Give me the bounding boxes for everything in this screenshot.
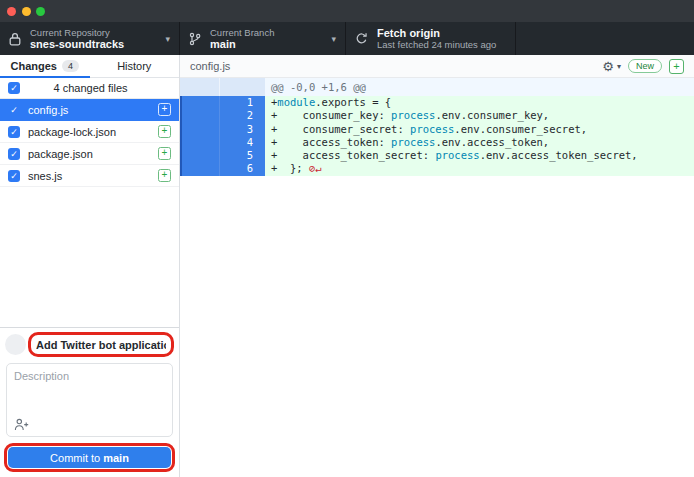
toolbar: Current Repository snes-soundtracks ▾ Cu… <box>0 22 694 55</box>
diff-line[interactable]: 5+ access_token_secret: process.env.acce… <box>180 149 694 162</box>
annotation-highlight-summary <box>28 332 174 357</box>
diff-body: @@ -0,0 +1,6 @@ 1+module.exports = {2+ c… <box>180 78 694 477</box>
tab-history[interactable]: History <box>90 55 180 77</box>
zoom-window-button[interactable] <box>36 7 45 16</box>
hunk-gutter-old <box>180 78 220 96</box>
added-file-icon: + <box>158 125 171 138</box>
file-row[interactable]: ✓snes.js+ <box>0 165 179 187</box>
minimize-window-button[interactable] <box>22 7 31 16</box>
diff-line-code: +module.exports = { <box>265 96 694 109</box>
chevron-down-icon: ▾ <box>323 34 336 44</box>
select-all-checkbox[interactable]: ✓ <box>8 82 20 94</box>
git-branch-icon <box>189 32 201 46</box>
diff-gutter-new-line-number[interactable]: 2 <box>220 109 265 122</box>
commit-summary-input[interactable] <box>36 339 166 351</box>
toolbar-spacer <box>516 22 694 55</box>
commit-button[interactable]: Commit to main <box>8 447 171 468</box>
commit-description-box <box>6 363 173 437</box>
file-list: ✓config.js+✓package-lock.json+✓package.j… <box>0 99 179 187</box>
diff-line-code: + }; ⊘↵ <box>265 162 694 175</box>
diff-gutter-old-line-number[interactable] <box>180 123 220 136</box>
avatar <box>5 334 26 355</box>
diff-line-code: + access_token_secret: process.env.acces… <box>265 149 694 162</box>
hunk-header-text: @@ -0,0 +1,6 @@ <box>265 78 694 96</box>
file-checkbox[interactable]: ✓ <box>8 126 20 138</box>
fetch-origin-label: Fetch origin <box>377 27 496 39</box>
file-checkbox[interactable]: ✓ <box>8 170 20 182</box>
add-coauthor-icon[interactable] <box>14 418 29 431</box>
select-all-row: ✓ 4 changed files <box>0 78 179 99</box>
added-file-icon: + <box>158 103 171 116</box>
diff-line[interactable]: 4+ access_token: process.env.access_toke… <box>180 136 694 149</box>
file-checkbox[interactable]: ✓ <box>8 104 20 116</box>
diff-line-code: + consumer_key: process.env.consumer_key… <box>265 109 694 122</box>
diff-gutter-old-line-number[interactable] <box>180 149 220 162</box>
commit-description-input[interactable] <box>7 364 172 414</box>
diff-line[interactable]: 1+module.exports = { <box>180 96 694 109</box>
tab-changes-label: Changes <box>11 60 57 72</box>
file-checkbox[interactable]: ✓ <box>8 148 20 160</box>
chevron-down-icon: ▾ <box>157 34 170 44</box>
hunk-header-row: @@ -0,0 +1,6 @@ <box>180 78 694 96</box>
current-repository-value: snes-soundtracks <box>30 38 124 50</box>
diff-header: config.js ⚙ ▾ New + <box>180 55 694 78</box>
title-bar <box>0 0 694 22</box>
diff-line[interactable]: 6+ }; ⊘↵ <box>180 162 694 175</box>
diff-pane: config.js ⚙ ▾ New + @@ -0,0 +1,6 @@ 1+mo… <box>180 55 694 477</box>
diff-lines: 1+module.exports = {2+ consumer_key: pro… <box>180 96 694 176</box>
tab-changes[interactable]: Changes 4 <box>0 55 90 77</box>
added-file-icon: + <box>158 147 171 160</box>
added-file-icon: + <box>158 169 171 182</box>
current-repository-label: Current Repository <box>30 27 124 38</box>
file-row[interactable]: ✓package-lock.json+ <box>0 121 179 143</box>
current-repository-button[interactable]: Current Repository snes-soundtracks ▾ <box>0 22 180 55</box>
file-name: config.js <box>28 104 158 116</box>
diff-gutter-new-line-number[interactable]: 6 <box>220 162 265 175</box>
commit-box: Commit to main <box>0 327 179 477</box>
diff-line-code: + access_token: process.env.access_token… <box>265 136 694 149</box>
current-branch-value: main <box>210 38 274 50</box>
expand-diff-button[interactable]: + <box>669 59 684 74</box>
diff-gutter-old-line-number[interactable] <box>180 109 220 122</box>
chevron-down-icon[interactable]: ▾ <box>617 62 621 71</box>
file-name: package-lock.json <box>28 126 158 138</box>
diff-gutter-new-line-number[interactable]: 5 <box>220 149 265 162</box>
diff-gutter-old-line-number[interactable] <box>180 136 220 149</box>
diff-gutter-new-line-number[interactable]: 3 <box>220 123 265 136</box>
new-file-badge: New <box>628 59 662 73</box>
file-name: package.json <box>28 148 158 160</box>
diff-gutter-new-line-number[interactable]: 1 <box>220 96 265 109</box>
diff-line[interactable]: 2+ consumer_key: process.env.consumer_ke… <box>180 109 694 122</box>
diff-filename: config.js <box>190 60 230 72</box>
diff-gutter-new-line-number[interactable]: 4 <box>220 136 265 149</box>
changes-sidebar: Changes 4 History ✓ 4 changed files ✓con… <box>0 55 180 477</box>
changed-files-label: 4 changed files <box>28 82 171 94</box>
sync-icon <box>355 32 368 45</box>
fetch-origin-button[interactable]: Fetch origin Last fetched 24 minutes ago <box>346 22 516 55</box>
tab-history-label: History <box>117 60 151 72</box>
close-window-button[interactable] <box>7 7 16 16</box>
diff-gutter-old-line-number[interactable] <box>180 162 220 175</box>
lock-icon <box>9 32 21 46</box>
diff-line-code: + consumer_secret: process.env.consumer_… <box>265 123 694 136</box>
commit-button-branch: main <box>103 452 129 464</box>
diff-line[interactable]: 3+ consumer_secret: process.env.consumer… <box>180 123 694 136</box>
file-name: snes.js <box>28 170 158 182</box>
no-newline-icon: ⊘↵ <box>303 162 322 174</box>
fetch-origin-status: Last fetched 24 minutes ago <box>377 39 496 50</box>
current-branch-button[interactable]: Current Branch main ▾ <box>180 22 346 55</box>
sidebar-tabs: Changes 4 History <box>0 55 179 78</box>
commit-button-prefix: Commit to <box>50 452 100 464</box>
annotation-highlight-commit-button: Commit to main <box>4 443 175 472</box>
file-row[interactable]: ✓config.js+ <box>0 99 179 121</box>
changes-count-badge: 4 <box>62 60 79 72</box>
current-branch-label: Current Branch <box>210 27 274 38</box>
file-row[interactable]: ✓package.json+ <box>0 143 179 165</box>
diff-gutter-old-line-number[interactable] <box>180 96 220 109</box>
hunk-gutter-new <box>220 78 265 96</box>
gear-icon[interactable]: ⚙ <box>602 60 614 73</box>
